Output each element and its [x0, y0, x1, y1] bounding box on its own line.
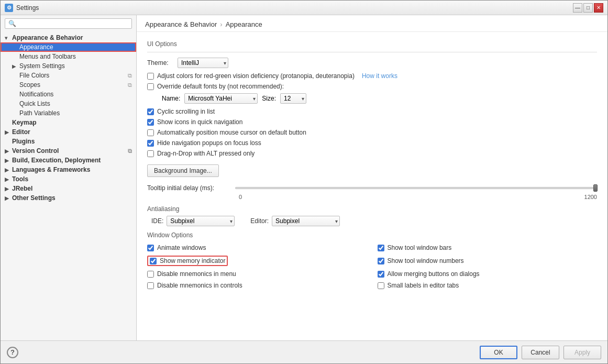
window-options-section: Window Options Animate windows: [147, 231, 597, 290]
cancel-button[interactable]: Cancel: [522, 346, 559, 359]
disable-mnemonics-menu-label[interactable]: Disable mnemonics in menu: [147, 270, 236, 278]
search-input[interactable]: [18, 20, 128, 27]
slider-track: [235, 187, 597, 189]
show-tool-bars-row: Show tool window bars: [378, 243, 598, 252]
tooltip-slider-container: [235, 187, 597, 189]
theme-select-wrapper: IntelliJ Darcula High contrast: [178, 58, 228, 68]
sidebar-item-languages-frameworks[interactable]: ▶ Languages & Frameworks: [1, 165, 136, 174]
sidebar-item-label: Tools: [12, 175, 28, 183]
search-icon: 🔍: [8, 20, 16, 27]
font-name-select[interactable]: Microsoft YaHei: [184, 93, 258, 104]
hide-navigation-label[interactable]: Hide navigation popups on focus loss: [147, 139, 261, 147]
sidebar-item-tools[interactable]: ▶ Tools: [1, 174, 136, 184]
adjust-colors-checkbox[interactable]: [147, 73, 154, 80]
arrow-icon: ▾: [5, 35, 12, 41]
show-tool-numbers-label[interactable]: Show tool window numbers: [378, 257, 464, 264]
theme-row: Theme: IntelliJ Darcula High contrast: [147, 58, 597, 68]
sidebar-item-notifications[interactable]: Notifications: [1, 90, 136, 99]
sidebar-item-scopes[interactable]: Scopes ⧉: [1, 80, 136, 90]
arrow-icon: ▶: [5, 195, 12, 201]
editor-aa-select[interactable]: Subpixel Greyscale None: [272, 216, 340, 226]
show-memory-checkbox[interactable]: [150, 258, 157, 264]
sidebar-item-appearance[interactable]: Appearance: [1, 42, 136, 52]
auto-position-checkbox[interactable]: [147, 129, 154, 136]
show-tool-numbers-row: Show tool window numbers: [378, 255, 598, 267]
content-area: 🔍 ▾ Appearance & Behavior Appearance Men…: [1, 15, 607, 340]
show-memory-outlined: Show memory indicator: [147, 256, 228, 266]
override-fonts-checkbox[interactable]: [147, 83, 154, 90]
show-tool-numbers-checkbox[interactable]: [378, 258, 384, 264]
search-box[interactable]: 🔍: [5, 18, 132, 29]
help-button[interactable]: ?: [7, 347, 18, 358]
theme-select[interactable]: IntelliJ Darcula High contrast: [178, 58, 228, 68]
arrow-icon: ▶: [5, 148, 12, 154]
override-fonts-label[interactable]: Override default fonts by (not recommend…: [147, 83, 284, 90]
show-tool-bars-checkbox[interactable]: [378, 245, 384, 251]
small-labels-checkbox[interactable]: [378, 282, 384, 289]
ok-button[interactable]: OK: [480, 346, 517, 359]
sidebar-item-label: Other Settings: [12, 194, 56, 202]
drag-drop-checkbox[interactable]: [147, 150, 154, 157]
sidebar-item-menus-toolbars[interactable]: Menus and Toolbars: [1, 52, 136, 61]
slider-max-label: 1200: [584, 194, 597, 200]
app-icon: ⚙: [5, 4, 13, 12]
sidebar-item-version-control[interactable]: ▶ Version Control ⧉: [1, 146, 136, 156]
sidebar-item-label: Quick Lists: [19, 100, 50, 107]
how-it-works-link[interactable]: How it works: [362, 72, 397, 80]
hide-navigation-checkbox[interactable]: [147, 140, 154, 147]
editor-aa-label: Editor:: [250, 217, 269, 225]
sidebar-item-file-colors[interactable]: File Colors ⧉: [1, 71, 136, 80]
show-icons-row: Show icons in quick navigation: [147, 118, 597, 126]
allow-merging-checkbox[interactable]: [378, 271, 384, 278]
bg-image-button[interactable]: Background Image...: [147, 164, 219, 177]
disable-mnemonics-menu-checkbox[interactable]: [147, 271, 154, 278]
auto-position-label[interactable]: Automatically position mouse cursor on d…: [147, 129, 306, 136]
show-icons-label[interactable]: Show icons in quick navigation: [147, 118, 242, 126]
arrow-icon: ▶: [5, 158, 12, 163]
drag-drop-label[interactable]: Drag-n-Drop with ALT pressed only: [147, 150, 255, 157]
copy-icon: ⧉: [128, 148, 132, 155]
sidebar-item-quick-lists[interactable]: Quick Lists: [1, 99, 136, 108]
sidebar-item-editor[interactable]: ▶ Editor: [1, 127, 136, 137]
adjust-colors-row: Adjust colors for red-green vision defic…: [147, 72, 597, 80]
window-controls: — □ ✕: [573, 3, 603, 13]
sidebar-item-path-variables[interactable]: Path Variables: [1, 108, 136, 118]
ide-aa-field: IDE: Subpixel Greyscale None: [151, 216, 235, 226]
sidebar-item-label: Path Variables: [19, 109, 60, 117]
show-icons-checkbox[interactable]: [147, 119, 154, 126]
sidebar-item-keymap[interactable]: Keymap: [1, 118, 136, 127]
sidebar-item-other-settings[interactable]: ▶ Other Settings: [1, 193, 136, 203]
cyclic-scrolling-label[interactable]: Cyclic scrolling in list: [147, 108, 215, 115]
slider-min-label: 0: [239, 194, 242, 200]
font-size-select[interactable]: 12 10 11 13 14: [280, 93, 306, 104]
show-memory-label[interactable]: Show memory indicator: [160, 257, 225, 264]
slider-thumb[interactable]: [593, 184, 598, 192]
small-labels-label[interactable]: Small labels in editor tabs: [378, 282, 459, 289]
sidebar-item-plugins[interactable]: Plugins: [1, 137, 136, 146]
sidebar-item-jrebel[interactable]: ▶ JRebel: [1, 184, 136, 193]
breadcrumb-part1: Appearance & Behavior: [145, 20, 217, 28]
adjust-colors-label[interactable]: Adjust colors for red-green vision defic…: [147, 72, 355, 80]
cyclic-scrolling-checkbox[interactable]: [147, 108, 154, 115]
sidebar-item-label: Version Control: [12, 147, 59, 155]
animate-windows-label[interactable]: Animate windows: [147, 244, 206, 251]
animate-windows-row: Animate windows: [147, 243, 367, 252]
maximize-button[interactable]: □: [583, 3, 593, 13]
minimize-button[interactable]: —: [573, 3, 582, 13]
sidebar-item-label: Build, Execution, Deployment: [12, 157, 101, 164]
show-tool-bars-label[interactable]: Show tool window bars: [378, 244, 452, 251]
close-button[interactable]: ✕: [594, 3, 603, 13]
sidebar-item-label: Keymap: [12, 119, 37, 126]
ide-aa-select[interactable]: Subpixel Greyscale None: [167, 216, 235, 226]
window-options-grid: Animate windows Show tool window bars: [147, 243, 597, 290]
sidebar-item-build-execution[interactable]: ▶ Build, Execution, Deployment: [1, 156, 136, 165]
sidebar-item-appearance-behavior[interactable]: ▾ Appearance & Behavior: [1, 33, 136, 42]
slider-labels: 0 1200: [239, 194, 597, 200]
breadcrumb: Appearance & Behavior › Appearance: [137, 15, 607, 32]
apply-button[interactable]: Apply: [563, 346, 601, 359]
sidebar-item-system-settings[interactable]: ▶ System Settings: [1, 61, 136, 71]
animate-windows-checkbox[interactable]: [147, 245, 154, 251]
allow-merging-label[interactable]: Allow merging buttons on dialogs: [378, 270, 480, 278]
disable-mnemonics-controls-checkbox[interactable]: [147, 282, 154, 289]
disable-mnemonics-controls-label[interactable]: Disable mnemonics in controls: [147, 282, 242, 289]
